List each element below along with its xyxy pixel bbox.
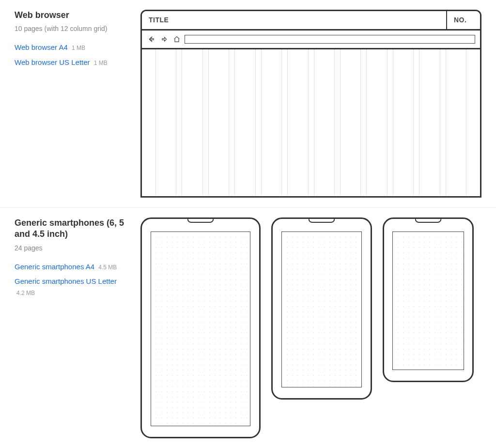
phone-screen bbox=[151, 232, 250, 426]
download-label: Generic smartphones US Letter bbox=[15, 277, 117, 285]
browser-titlebar: TITLE NO. bbox=[142, 11, 480, 31]
phone-row bbox=[140, 217, 481, 438]
phone-screen bbox=[392, 232, 464, 370]
forward-arrow-icon bbox=[159, 34, 169, 44]
sidebar: Generic smartphones (6, 5 and 4.5 inch) … bbox=[15, 217, 140, 438]
sidebar: Web browser 10 pages (with 12 column gri… bbox=[15, 10, 140, 198]
phone-notch bbox=[187, 219, 214, 223]
phone-5-inch bbox=[271, 217, 372, 400]
phone-6-inch bbox=[140, 217, 261, 438]
section-subtitle: 10 pages (with 12 column grid) bbox=[15, 25, 136, 32]
download-size: 4.2 MB bbox=[16, 289, 35, 297]
phone-notch bbox=[415, 219, 442, 223]
preview-web-browser: TITLE NO. bbox=[140, 10, 481, 198]
grid-column bbox=[261, 49, 282, 198]
browser-toolbar bbox=[142, 31, 480, 49]
grid-column bbox=[208, 49, 229, 198]
grid-column bbox=[234, 49, 255, 198]
titlebar-number: NO. bbox=[446, 11, 480, 29]
phone-notch bbox=[309, 219, 335, 223]
phone-4-5-inch bbox=[383, 217, 474, 382]
grid-column bbox=[419, 49, 440, 198]
download-link-a4[interactable]: Generic smartphones A4 4.5 MB bbox=[15, 262, 136, 273]
grid-column bbox=[340, 49, 361, 198]
download-label: Web browser A4 bbox=[15, 43, 68, 51]
back-arrow-icon bbox=[147, 34, 156, 44]
section-title: Web browser bbox=[15, 10, 136, 21]
section-generic-smartphones: Generic smartphones (6, 5 and 4.5 inch) … bbox=[0, 207, 496, 448]
address-bar bbox=[185, 35, 475, 44]
download-size: 4.5 MB bbox=[98, 263, 117, 272]
section-web-browser: Web browser 10 pages (with 12 column gri… bbox=[0, 0, 496, 207]
grid-column bbox=[182, 49, 202, 198]
phone-screen bbox=[281, 232, 362, 387]
grid-column bbox=[393, 49, 414, 198]
home-icon bbox=[172, 34, 182, 44]
download-link-us-letter[interactable]: Web browser US Letter 1 MB bbox=[15, 57, 136, 68]
download-label: Generic smartphones A4 bbox=[15, 263, 94, 271]
column-grid bbox=[142, 49, 480, 198]
section-subtitle: 24 pages bbox=[15, 244, 136, 252]
download-size: 1 MB bbox=[72, 44, 85, 52]
browser-frame: TITLE NO. bbox=[140, 10, 481, 198]
grid-column bbox=[446, 49, 466, 198]
titlebar-title: TITLE bbox=[142, 11, 446, 29]
grid-column bbox=[314, 49, 335, 198]
grid-column bbox=[366, 49, 387, 198]
download-link-us-letter[interactable]: Generic smartphones US Letter 4.2 MB bbox=[15, 276, 136, 298]
download-size: 1 MB bbox=[94, 59, 108, 67]
grid-column bbox=[155, 49, 176, 198]
grid-column bbox=[287, 49, 308, 198]
preview-smartphones bbox=[140, 217, 481, 438]
download-label: Web browser US Letter bbox=[15, 58, 90, 66]
download-link-a4[interactable]: Web browser A4 1 MB bbox=[15, 42, 136, 53]
section-title: Generic smartphones (6, 5 and 4.5 inch) bbox=[15, 217, 136, 240]
